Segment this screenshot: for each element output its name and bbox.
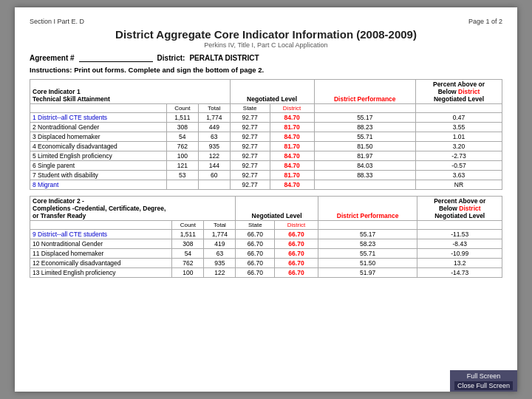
page-subtitle: Perkins IV, Title I, Part C Local Applic… <box>30 41 502 49</box>
row-total: 63 <box>198 132 230 142</box>
row-perf: 55.17 <box>314 113 415 123</box>
row-total: 419 <box>204 239 236 249</box>
row-label: 13 Limited English proficiency <box>30 268 172 278</box>
indicator2-header-row2: Count Total State District <box>30 221 502 230</box>
row-count: 308 <box>166 123 198 132</box>
row-perf: 55.71 <box>314 132 415 142</box>
fullscreen-button[interactable]: Full Screen Close Full Screen <box>450 370 517 392</box>
col-state-header: State <box>230 104 270 113</box>
table-row: 11 Displaced homemaker 54 63 66.70 66.70… <box>30 249 502 259</box>
row-label: 11 Displaced homemaker <box>30 249 172 259</box>
row-percent: NR <box>416 180 502 190</box>
instructions: Instructions: Print out forms. Complete … <box>30 66 502 74</box>
row-total: 144 <box>198 161 230 171</box>
ind2-col-total-header: Total <box>204 221 236 230</box>
row-label: 2 Nontraditional Gender <box>30 123 167 132</box>
instructions-text: Print out forms. Complete and sign the b… <box>72 66 265 74</box>
row-count: 54 <box>166 132 198 142</box>
indicator2-header-row1: Core Indicator 2 - Completions -Credenti… <box>30 197 502 221</box>
row-perf <box>314 180 415 190</box>
table-row: 4 Economically disadvantaged 762 935 92.… <box>30 142 502 151</box>
col-count-header: Count <box>166 104 198 113</box>
row-district-neg: 66.70 <box>275 268 318 278</box>
row-state: 92.77 <box>230 123 270 132</box>
col-percent-header <box>416 104 502 113</box>
row-state: 66.70 <box>236 230 275 239</box>
row-total: 1,774 <box>204 230 236 239</box>
row-total: 60 <box>198 171 230 180</box>
col-district-perf-header <box>314 104 415 113</box>
row-count: 53 <box>166 171 198 180</box>
row-label: 3 Displaced homemaker <box>30 132 167 142</box>
row-perf: 51.97 <box>318 268 417 278</box>
row-district-neg: 66.70 <box>275 239 318 249</box>
row-district-neg: 84.70 <box>270 113 314 123</box>
row-total: 63 <box>204 249 236 259</box>
row-district-neg: 81.70 <box>270 171 314 180</box>
close-fullscreen-label[interactable]: Close Full Screen <box>454 381 513 390</box>
row-label: 5 Limited English proficiency <box>30 151 167 161</box>
ind2-col-id-header <box>30 221 172 230</box>
row-district-neg: 84.70 <box>270 180 314 190</box>
col-id-header <box>30 104 167 113</box>
instructions-bold: Instructions: <box>30 66 72 74</box>
row-percent: 3.55 <box>416 123 502 132</box>
indicator2-table: Core Indicator 2 - Completions -Credenti… <box>30 196 502 278</box>
fullscreen-label[interactable]: Full Screen <box>464 372 504 381</box>
page-header: Section I Part E. D Page 1 of 2 <box>30 18 502 25</box>
negotiated-level-header: Negotiated Level <box>230 80 314 104</box>
table-row: 12 Economically disadvantaged 762 935 66… <box>30 259 502 268</box>
row-perf: 84.03 <box>314 161 415 171</box>
indicator2-percent-header: Percent Above orBelow DistrictNegotiated… <box>417 197 502 221</box>
row-percent: 1.01 <box>416 132 502 142</box>
table-row: 9 District--all CTE students 1,511 1,774… <box>30 230 502 239</box>
row-state: 92.77 <box>230 113 270 123</box>
row-count: 1,511 <box>172 230 204 239</box>
row-state: 92.77 <box>230 161 270 171</box>
ind2-col-district-perf-header <box>318 221 417 230</box>
row-state: 92.77 <box>230 171 270 180</box>
table-row: 13 Limited English proficiency 100 122 6… <box>30 268 502 278</box>
row-perf: 51.50 <box>318 259 417 268</box>
row-state: 92.77 <box>230 132 270 142</box>
row-perf: 88.23 <box>314 123 415 132</box>
row-label: 4 Economically disadvantaged <box>30 142 167 151</box>
district-performance-header: District Performance <box>314 80 415 104</box>
row-state: 92.77 <box>230 180 270 190</box>
indicator2-section: Core Indicator 2 - Completions -Credenti… <box>30 196 502 278</box>
row-percent: 13.2 <box>417 259 502 268</box>
row-count: 121 <box>166 161 198 171</box>
row-district-neg: 81.70 <box>270 123 314 132</box>
row-label: 1 District--all CTE students <box>30 113 167 123</box>
row-district-neg: 81.70 <box>270 142 314 151</box>
col-district-header: District <box>270 104 314 113</box>
district-label: District: <box>157 54 185 62</box>
table-row: 8 Migrant 92.77 84.70 NR <box>30 180 502 190</box>
row-total: 935 <box>198 142 230 151</box>
row-label: 7 Student with disability <box>30 171 167 180</box>
indicator1-header-row2: Count Total State District <box>30 104 502 113</box>
page-label: Page 1 of 2 <box>468 18 502 25</box>
row-state: 66.70 <box>236 268 275 278</box>
row-district-neg: 66.70 <box>275 249 318 259</box>
row-district-neg: 84.70 <box>270 132 314 142</box>
row-percent: -0.57 <box>416 161 502 171</box>
table-row: 6 Single parent 121 144 92.77 84.70 84.0… <box>30 161 502 171</box>
indicator1-table: Core Indicator 1 Technical Skill Attainm… <box>30 79 502 190</box>
row-district-neg: 84.70 <box>270 151 314 161</box>
row-district-neg: 66.70 <box>275 230 318 239</box>
row-perf: 81.97 <box>314 151 415 161</box>
row-perf: 88.33 <box>314 171 415 180</box>
row-state: 92.77 <box>230 142 270 151</box>
row-percent: -11.53 <box>417 230 502 239</box>
row-count: 100 <box>172 268 204 278</box>
indicator1-header-row1: Core Indicator 1 Technical Skill Attainm… <box>30 80 502 104</box>
percent-header: Percent Above orBelow DistrictNegotiated… <box>416 80 502 104</box>
row-total: 935 <box>204 259 236 268</box>
row-state: 66.70 <box>236 249 275 259</box>
indicator1-section: Core Indicator 1 Technical Skill Attainm… <box>30 79 502 190</box>
row-count: 54 <box>172 249 204 259</box>
row-label: 8 Migrant <box>30 180 167 190</box>
row-percent: 0.47 <box>416 113 502 123</box>
row-count: 308 <box>172 239 204 249</box>
